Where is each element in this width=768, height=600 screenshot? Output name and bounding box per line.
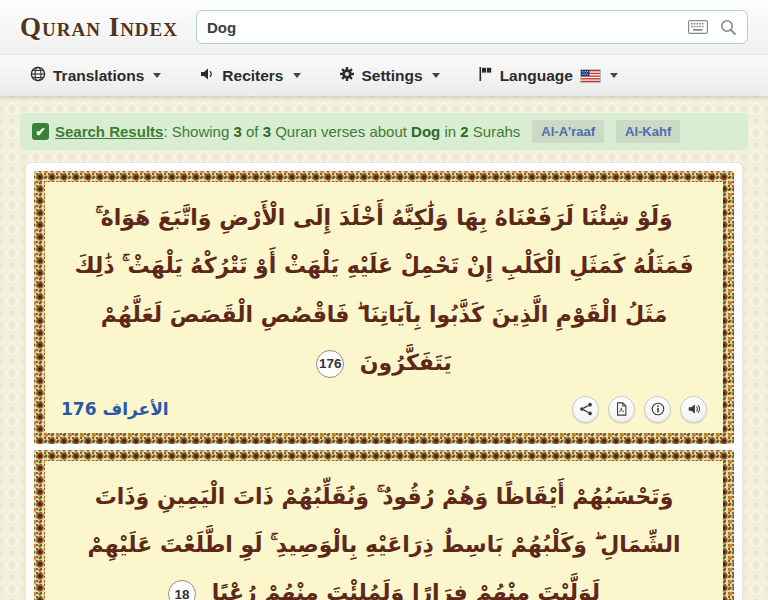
chevron-down-icon [153,73,161,78]
search-box [196,10,748,44]
main-content: ✔ Search Results: Showing 3 of 3 Quran v… [0,97,768,600]
banner-surahs: Surahs [473,123,521,140]
banner-of: of [246,123,259,140]
main-nav: Translations Reciters Settings Language [0,55,768,97]
verse-card-araaf-176: وَلَوْ شِئْنَا لَرَفَعْنَاهُ بِهَا وَلَٰ… [34,171,734,444]
gear-icon [339,66,355,86]
flag-icon [478,66,493,86]
surah-badge-al-kahf[interactable]: Al-Kahf [616,120,680,143]
verse-arabic-text: وَتَحْسَبُهُمْ أَيْقَاظًا وَهُمْ رُقُودٌ… [61,469,707,600]
nav-reciters-label: Reciters [222,67,283,85]
banner-showing: Showing [172,123,230,140]
chevron-down-icon [610,73,618,78]
info-icon[interactable] [644,396,671,423]
nav-language[interactable]: Language [478,66,618,86]
quran-index-logo[interactable]: Quran Index [20,12,178,43]
search-results-link[interactable]: Search Results [55,123,163,140]
globe-icon [30,66,46,86]
keyboard-icon[interactable] [688,20,708,34]
check-icon: ✔ [32,123,49,140]
verse-number-badge: 18 [168,580,196,600]
banner-surah-count: 2 [460,123,468,140]
chevron-down-icon [293,73,301,78]
search-input[interactable] [207,19,688,36]
banner-search-term: Dog [411,123,440,140]
search-results-banner: ✔ Search Results: Showing 3 of 3 Quran v… [20,113,748,150]
header: Quran Index [0,0,768,55]
verse-reference-link[interactable]: الأعراف 176 [61,399,169,419]
banner-in: in [444,123,456,140]
chevron-down-icon [432,73,440,78]
nav-settings-label: Settings [362,67,423,85]
pdf-icon[interactable] [608,396,635,423]
audio-icon[interactable] [680,396,707,423]
speaker-icon [199,66,215,86]
nav-reciters[interactable]: Reciters [199,66,300,86]
results-panel: وَلَوْ شِئْنَا لَرَفَعْنَاهُ بِهَا وَلَٰ… [25,162,743,600]
search-icon[interactable] [720,19,737,36]
banner-count-shown: 3 [233,123,241,140]
nav-translations-label: Translations [53,67,144,85]
banner-colon: : [163,123,167,140]
verse-arabic-text: وَلَوْ شِئْنَا لَرَفَعْنَاهُ بِهَا وَلَٰ… [61,190,707,390]
verse-number-badge: 176 [316,350,344,378]
banner-about: Quran verses about [275,123,407,140]
nav-settings[interactable]: Settings [339,66,440,86]
share-icon[interactable] [572,396,599,423]
verse-text: وَلَوْ شِئْنَا لَرَفَعْنَاهُ بِهَا وَلَٰ… [74,205,693,375]
banner-count-total: 3 [263,123,271,140]
nav-language-label: Language [500,67,573,85]
nav-translations[interactable]: Translations [30,66,161,86]
surah-badge-al-araaf[interactable]: Al-A'raaf [532,120,604,143]
verse-card-kahf-18: وَتَحْسَبُهُمْ أَيْقَاظًا وَهُمْ رُقُودٌ… [34,450,734,600]
us-flag-icon [580,69,601,83]
verse-actions [572,396,707,423]
